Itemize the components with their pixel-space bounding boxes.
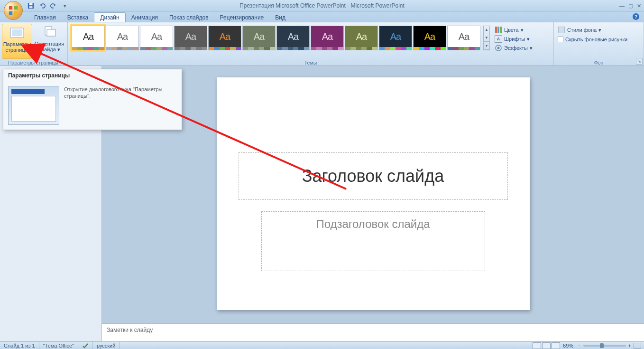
theme-thumb-0[interactable]: Aa bbox=[72, 26, 105, 50]
fit-to-window-button[interactable] bbox=[634, 343, 641, 349]
status-spellcheck[interactable] bbox=[78, 342, 93, 349]
theme-colors-button[interactable]: Цвета ▾ bbox=[494, 26, 534, 34]
orientation-button[interactable]: Ориентацияслайда ▾ bbox=[34, 24, 64, 59]
spellcheck-icon bbox=[82, 343, 89, 349]
page-setup-label-1: Параметры bbox=[3, 41, 31, 47]
tab-Показ слайдов[interactable]: Показ слайдов bbox=[164, 13, 214, 22]
page-setup-tooltip: Параметры страницы Открытие диалогового … bbox=[3, 69, 182, 130]
page-setup-label-2: страницы bbox=[5, 47, 28, 53]
slide-canvas[interactable]: Заголовок слайда Подзаголовок слайда bbox=[217, 77, 530, 310]
theme-fonts-button[interactable]: AШрифты ▾ bbox=[494, 35, 534, 43]
notes-pane[interactable]: Заметки к слайду bbox=[102, 323, 644, 341]
tooltip-text: Открытие диалогового окна "Параметры стр… bbox=[64, 86, 177, 125]
tab-Вставка[interactable]: Вставка bbox=[62, 13, 94, 22]
status-theme: "Тема Office" bbox=[39, 342, 78, 349]
svg-rect-3 bbox=[14, 11, 18, 15]
close-button[interactable]: ✕ bbox=[637, 3, 641, 9]
tooltip-preview-icon bbox=[8, 86, 59, 125]
theme-effects-button[interactable]: Эффекты ▾ bbox=[494, 44, 534, 52]
title-placeholder-text: Заголовок слайда bbox=[302, 166, 444, 186]
group-label-page-setup: Параметры страницы bbox=[2, 59, 64, 66]
theme-thumb-7[interactable]: Aa bbox=[311, 26, 344, 50]
help-icon[interactable]: ? bbox=[633, 13, 639, 20]
save-button[interactable] bbox=[26, 1, 36, 10]
redo-button[interactable] bbox=[49, 1, 58, 10]
page-setup-button[interactable]: Параметрыстраницы bbox=[2, 24, 32, 59]
svg-point-15 bbox=[497, 47, 500, 49]
fonts-icon: A bbox=[495, 35, 502, 43]
tab-Дизайн[interactable]: Дизайн bbox=[94, 12, 125, 22]
view-normal-button[interactable] bbox=[533, 342, 541, 349]
zoom-slider-thumb[interactable] bbox=[600, 343, 604, 348]
qat-customize[interactable]: ▾ bbox=[60, 1, 70, 10]
status-bar: Слайд 1 из 1 "Тема Office" русский 69% −… bbox=[0, 341, 644, 349]
svg-rect-5 bbox=[29, 3, 33, 5]
quick-access-toolbar: ▾ bbox=[26, 1, 70, 10]
tab-Главная[interactable]: Главная bbox=[28, 13, 62, 22]
zoom-slider[interactable] bbox=[583, 345, 626, 347]
theme-thumb-1[interactable]: Aa bbox=[106, 26, 139, 50]
svg-rect-2 bbox=[9, 11, 12, 15]
checkbox-icon bbox=[558, 37, 563, 42]
group-themes: AaAaAaAaAaAaAaAaAaAaAaAa ▲ ▼ ▾ Цвета ▾ A… bbox=[68, 22, 554, 66]
zoom-in-button[interactable]: + bbox=[627, 343, 633, 349]
zoom-value[interactable]: 69% bbox=[561, 343, 575, 349]
canvas-area[interactable]: Заголовок слайда Подзаголовок слайда bbox=[102, 66, 644, 323]
background-styles-button[interactable]: Стили фона ▾ bbox=[557, 26, 641, 34]
svg-rect-10 bbox=[47, 29, 55, 36]
orientation-label-2: слайда bbox=[38, 47, 56, 52]
theme-thumb-9[interactable]: Aa bbox=[379, 26, 412, 50]
page-setup-icon bbox=[9, 25, 25, 40]
view-sorter-button[interactable] bbox=[542, 342, 551, 349]
title-bar: ▾ Презентация Microsoft Office PowerPoin… bbox=[0, 0, 644, 12]
gallery-more-icon[interactable]: ▾ bbox=[484, 42, 489, 50]
effects-icon bbox=[495, 44, 502, 52]
background-styles-icon bbox=[558, 26, 565, 34]
doc-title: Презентация Microsoft Office PowerPoint bbox=[239, 2, 346, 9]
gallery-up-icon[interactable]: ▲ bbox=[484, 26, 489, 34]
status-language[interactable]: русский bbox=[93, 342, 120, 349]
office-logo-icon bbox=[8, 5, 18, 16]
theme-thumb-4[interactable]: Aa bbox=[208, 26, 241, 50]
tab-Анимация[interactable]: Анимация bbox=[126, 13, 164, 22]
undo-button[interactable] bbox=[37, 1, 47, 10]
subtitle-placeholder[interactable]: Подзаголовок слайда bbox=[261, 211, 485, 271]
background-styles-label: Стили фона bbox=[567, 27, 597, 33]
save-icon bbox=[28, 2, 34, 9]
theme-thumb-5[interactable]: Aa bbox=[242, 26, 276, 50]
theme-thumb-10[interactable]: Aa bbox=[413, 26, 446, 50]
app-title: Microsoft PowerPoint bbox=[350, 2, 404, 9]
theme-thumb-2[interactable]: Aa bbox=[140, 26, 173, 50]
tab-Вид[interactable]: Вид bbox=[269, 13, 291, 22]
tooltip-title: Параметры страницы bbox=[3, 69, 182, 81]
background-dialog-launcher[interactable]: ↘ bbox=[636, 58, 643, 65]
zoom-out-button[interactable]: − bbox=[576, 343, 582, 349]
svg-rect-8 bbox=[12, 29, 22, 36]
svg-rect-1 bbox=[14, 6, 18, 9]
theme-thumb-3[interactable]: Aa bbox=[174, 26, 207, 50]
fonts-label: Шрифты bbox=[504, 36, 525, 42]
maximize-button[interactable]: ▢ bbox=[628, 3, 633, 9]
undo-icon bbox=[39, 2, 46, 9]
title-placeholder[interactable]: Заголовок слайда bbox=[239, 152, 508, 200]
window-title: Презентация Microsoft Office PowerPoint … bbox=[0, 2, 644, 9]
group-background: Стили фона ▾ Скрыть фоновые рисунки Фон … bbox=[554, 22, 644, 66]
ribbon: Параметрыстраницы Ориентацияслайда ▾ Пар… bbox=[0, 22, 644, 66]
gallery-down-icon[interactable]: ▼ bbox=[484, 34, 489, 42]
subtitle-placeholder-text: Подзаголовок слайда bbox=[316, 217, 430, 231]
theme-thumb-8[interactable]: Aa bbox=[345, 26, 378, 50]
view-slideshow-button[interactable] bbox=[552, 342, 560, 349]
colors-label: Цвета bbox=[504, 27, 519, 33]
gallery-scroll[interactable]: ▲ ▼ ▾ bbox=[483, 26, 490, 50]
office-button[interactable] bbox=[4, 1, 23, 20]
themes-gallery[interactable]: AaAaAaAaAaAaAaAaAaAaAaAa bbox=[71, 24, 481, 52]
hide-background-checkbox[interactable]: Скрыть фоновые рисунки bbox=[557, 36, 641, 43]
tab-Рецензирование[interactable]: Рецензирование bbox=[214, 13, 270, 22]
svg-rect-6 bbox=[29, 6, 33, 8]
minimize-button[interactable]: — bbox=[619, 3, 625, 9]
theme-thumb-11[interactable]: Aa bbox=[447, 26, 480, 50]
orientation-label-1: Ориентация bbox=[35, 41, 64, 47]
theme-thumb-6[interactable]: Aa bbox=[276, 26, 310, 50]
hide-background-label: Скрыть фоновые рисунки bbox=[565, 37, 627, 42]
colors-icon bbox=[495, 26, 502, 34]
